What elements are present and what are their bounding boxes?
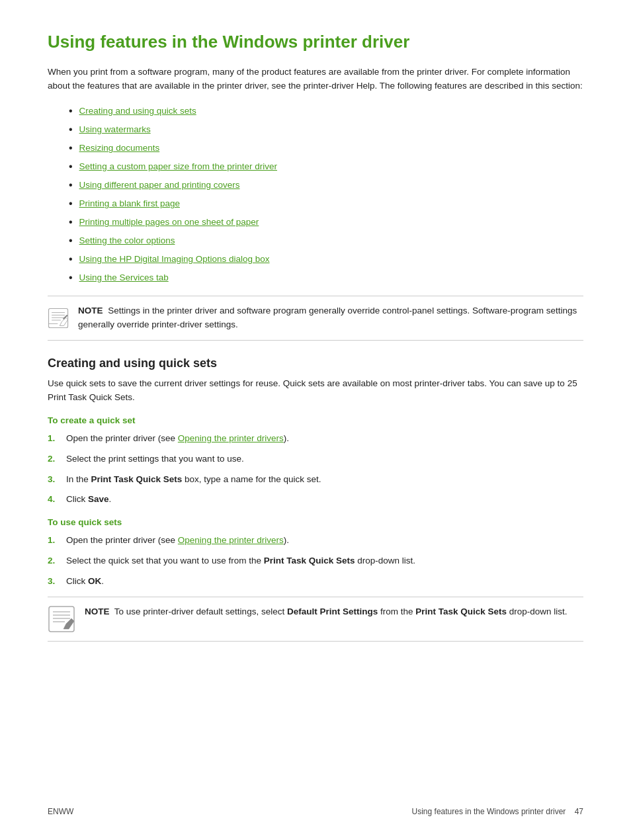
page-footer: ENWW Using features in the Windows print… [48, 807, 583, 816]
footer-center: Using features in the Windows printer dr… [412, 807, 583, 816]
toc-item-3: Resizing documents [69, 142, 583, 154]
subsection-title-1: To create a quick set [48, 415, 583, 425]
note-icon-2 [48, 605, 75, 633]
step-create-4: 4. Click Save. [48, 493, 583, 507]
toc-link-7[interactable]: Printing multiple pages on one sheet of … [79, 217, 259, 227]
use-quickset-steps: 1. Open the printer driver (see Opening … [48, 534, 583, 589]
intro-paragraph: When you print from a software program, … [48, 65, 583, 93]
note-box-1: NOTE Settings in the printer driver and … [48, 296, 583, 341]
svg-rect-6 [49, 607, 74, 632]
toc-item-9: Using the HP Digital Imaging Options dia… [69, 253, 583, 265]
toc-item-1: Creating and using quick sets [69, 105, 583, 117]
toc-link-1[interactable]: Creating and using quick sets [79, 106, 196, 116]
toc-item-2: Using watermarks [69, 124, 583, 136]
note-box-2: NOTE To use printer-driver default setti… [48, 597, 583, 642]
toc-item-10: Using the Services tab [69, 272, 583, 284]
toc-item-4: Setting a custom paper size from the pri… [69, 161, 583, 173]
toc-link-10[interactable]: Using the Services tab [79, 273, 169, 282]
section-title: Creating and using quick sets [48, 357, 583, 370]
toc-link-2[interactable]: Using watermarks [79, 124, 151, 134]
toc-link-4[interactable]: Setting a custom paper size from the pri… [79, 161, 277, 171]
step-use-2: 2. Select the quick set that you want to… [48, 554, 583, 568]
step-create-2: 2. Select the print settings that you wa… [48, 452, 583, 466]
footer-left: ENWW [48, 807, 73, 816]
toc-list: Creating and using quick sets Using wate… [69, 105, 583, 284]
step-create-3: 3. In the Print Task Quick Sets box, typ… [48, 473, 583, 487]
subsection-title-2: To use quick sets [48, 517, 583, 527]
link-open-driver-2[interactable]: Opening the printer drivers [178, 535, 284, 545]
note-label-2: NOTE [85, 607, 110, 616]
toc-link-9[interactable]: Using the HP Digital Imaging Options dia… [79, 254, 270, 264]
page-title: Using features in the Windows printer dr… [48, 32, 583, 52]
toc-item-6: Printing a blank first page [69, 198, 583, 210]
create-quickset-steps: 1. Open the printer driver (see Opening … [48, 432, 583, 507]
note-label-1: NOTE [78, 306, 103, 315]
note-text-1: NOTE Settings in the printer driver and … [78, 304, 583, 332]
step-create-1: 1. Open the printer driver (see Opening … [48, 432, 583, 446]
toc-link-5[interactable]: Using different paper and printing cover… [79, 180, 240, 190]
link-open-driver-1[interactable]: Opening the printer drivers [178, 433, 284, 443]
toc-item-5: Using different paper and printing cover… [69, 179, 583, 191]
toc-link-6[interactable]: Printing a blank first page [79, 198, 180, 208]
step-use-1: 1. Open the printer driver (see Opening … [48, 534, 583, 548]
section-intro: Use quick sets to save the current drive… [48, 377, 583, 405]
toc-link-8[interactable]: Setting the color options [79, 235, 175, 245]
toc-link-3[interactable]: Resizing documents [79, 143, 160, 153]
note-icon-1 [48, 304, 69, 332]
toc-item-8: Setting the color options [69, 235, 583, 247]
toc-item-7: Printing multiple pages on one sheet of … [69, 216, 583, 228]
step-use-3: 3. Click OK. [48, 575, 583, 589]
note-text-2: NOTE To use printer-driver default setti… [85, 605, 568, 619]
